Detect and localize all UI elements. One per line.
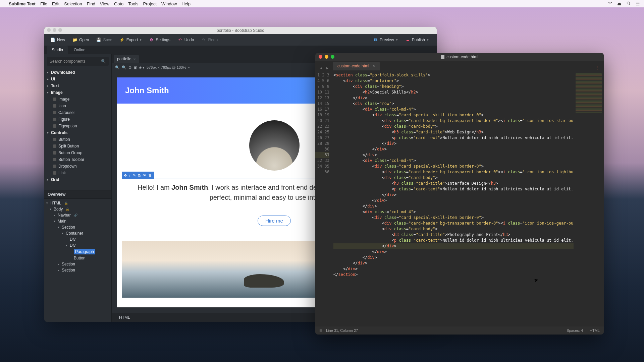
overview-selected: Paragraph: [44, 248, 111, 255]
canvas-dimensions[interactable]: 576px × 760px @ 100%: [147, 65, 186, 69]
close-icon[interactable]: ×: [373, 64, 375, 68]
redo-button[interactable]: ↷Redo: [199, 36, 220, 44]
open-button[interactable]: 📁Open: [70, 36, 92, 44]
mac-menubar: Sublime Text File Edit Selection Find Vi…: [0, 0, 644, 7]
bs-toolbar: 📄New 📁Open 💾Save ⚡Export▾ ⚙Settings ↶Und…: [44, 34, 437, 46]
up-icon[interactable]: ↑: [129, 173, 131, 178]
preview-icon: 🖥: [373, 38, 378, 42]
publish-button[interactable]: ☁Publish▾: [402, 36, 431, 44]
status-bar: ☰ Line 31, Column 27 Spaces: 4 HTML: [315, 326, 604, 335]
search-icon: 🔍: [101, 59, 106, 64]
chevron-down-icon: ▾: [140, 38, 142, 42]
svg-line-1: [629, 4, 631, 5]
doc-tab-portfolio[interactable]: portfolio×: [114, 55, 139, 63]
code-editor[interactable]: <section class="portfolio-block skills">…: [332, 70, 574, 326]
preview-button[interactable]: 🖥Preview▾: [370, 36, 400, 44]
folder-icon: 📁: [72, 38, 77, 42]
wifi-icon[interactable]: [608, 1, 612, 7]
site-name: John Smith: [125, 86, 169, 95]
tab-next-icon[interactable]: ▸: [324, 65, 331, 70]
bs-window-title: portfolio - Bootstrap Studio: [217, 28, 264, 33]
line-gutter[interactable]: 1 2 3 4 5 6 7 8 9 10 11 12 13 14 15 16 1…: [315, 70, 332, 326]
undo-button[interactable]: ↶Undo: [175, 36, 197, 44]
menu-selection[interactable]: Selection: [64, 1, 82, 6]
control-center-icon[interactable]: ☰: [636, 1, 640, 7]
st-titlebar[interactable]: custom-code.html: [315, 53, 604, 61]
undo-icon: ↶: [178, 38, 182, 42]
bs-left-panel: Search components 🔍 ▾Downloaded ▸UI ▸Tex…: [44, 54, 112, 322]
tab-menu-icon[interactable]: ⋮: [595, 65, 600, 70]
lock-icon: 🔒: [64, 201, 68, 205]
status-hamburger-icon[interactable]: ☰: [319, 328, 323, 333]
redo-icon: ↷: [201, 38, 206, 42]
export-icon: ⚡: [120, 38, 124, 42]
new-button[interactable]: 📄New: [48, 36, 68, 44]
menu-goto[interactable]: Goto: [114, 1, 123, 6]
online-tab[interactable]: Online: [69, 46, 90, 54]
no-icon[interactable]: ⊘: [128, 65, 131, 70]
sublime-text-window: custom-code.html ◂ ▸ custom-code.html× ⋮…: [315, 53, 604, 335]
cloud-icon: ☁: [405, 38, 410, 42]
menu-project[interactable]: Project: [143, 1, 157, 6]
delete-icon[interactable]: 🗑: [148, 173, 152, 178]
hide-icon[interactable]: 👁: [143, 173, 146, 178]
bs-traffic-lights[interactable]: [47, 28, 62, 32]
lock-icon: 🔒: [65, 207, 69, 211]
menubar-app-name[interactable]: Sublime Text: [9, 1, 36, 6]
svg-point-0: [627, 2, 629, 4]
document-icon: [441, 55, 444, 59]
zoom-out-icon[interactable]: 🔍: [115, 65, 120, 70]
close-icon[interactable]: ×: [133, 57, 136, 61]
overview-header: Overview: [44, 190, 111, 199]
overview-tree[interactable]: ▾HTML🔒 ▾Body🔒 ▸Navbar🔗 ▾Main ▾Section ▾C…: [44, 199, 111, 322]
component-tree[interactable]: ▾Downloaded ▸UI ▸Text ▾Image Image Icon …: [44, 68, 111, 190]
footer-html-tab[interactable]: HTML: [116, 314, 133, 321]
copy-icon[interactable]: ⧉: [138, 173, 141, 178]
gear-icon: ⚙: [149, 38, 154, 42]
file-icon: 📄: [50, 38, 55, 42]
box-icon[interactable]: ▣: [133, 65, 137, 70]
selection-toolbar[interactable]: ✥ ↑ ✎ ⧉ 👁 🗑: [122, 172, 154, 179]
menu-find[interactable]: Find: [87, 1, 95, 6]
status-position[interactable]: Line 31, Column 27: [326, 328, 358, 333]
menu-view[interactable]: View: [100, 1, 109, 6]
menu-tools[interactable]: Tools: [128, 1, 138, 6]
st-file-tab[interactable]: custom-code.html×: [333, 62, 380, 70]
move-icon[interactable]: ✥: [124, 173, 127, 178]
tab-prev-icon[interactable]: ◂: [318, 65, 324, 70]
st-traffic-lights[interactable]: [319, 55, 334, 59]
menu-file[interactable]: File: [40, 1, 47, 6]
minimap[interactable]: [574, 70, 604, 326]
eject-icon[interactable]: ⏏: [617, 1, 622, 7]
menu-window[interactable]: Window: [161, 1, 177, 6]
edit-icon[interactable]: ✎: [133, 173, 136, 178]
save-icon: 💾: [96, 38, 101, 42]
spotlight-icon[interactable]: [626, 1, 631, 7]
search-components-input[interactable]: Search components 🔍: [47, 57, 109, 66]
status-syntax[interactable]: HTML: [590, 328, 600, 333]
bs-titlebar[interactable]: portfolio - Bootstrap Studio: [44, 27, 437, 34]
link-icon: 🔗: [73, 214, 77, 217]
avatar-image[interactable]: [249, 120, 300, 171]
status-spaces[interactable]: Spaces: 4: [567, 328, 583, 333]
studio-tab[interactable]: Studio: [47, 46, 68, 54]
export-button[interactable]: ⚡Export▾: [117, 36, 145, 44]
settings-button[interactable]: ⚙Settings: [146, 36, 173, 44]
st-window-title: custom-code.html: [446, 55, 478, 59]
st-tab-bar: ◂ ▸ custom-code.html× ⋮: [315, 61, 604, 70]
save-button[interactable]: 💾Save: [94, 36, 115, 44]
layers-icon[interactable]: ◈ ▾: [139, 65, 145, 70]
menu-help[interactable]: Help: [181, 1, 191, 6]
hire-button[interactable]: Hire me: [258, 216, 291, 226]
zoom-in-icon[interactable]: 🔍: [122, 65, 126, 70]
menu-edit[interactable]: Edit: [52, 1, 59, 6]
